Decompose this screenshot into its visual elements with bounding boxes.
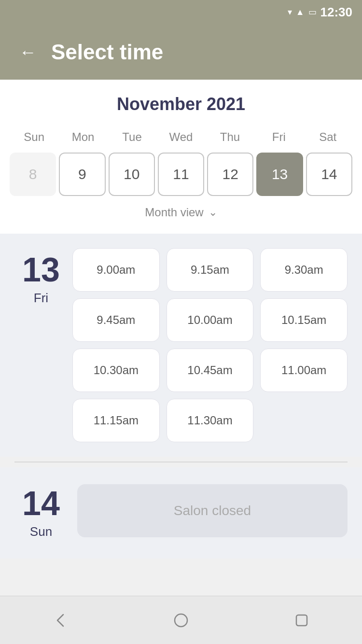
time-slot-930am[interactable]: 9.30am (260, 248, 348, 292)
time-slot-1045am[interactable]: 10.45am (167, 349, 254, 392)
salon-closed-text: Salon closed (174, 503, 251, 518)
page-title: Select time (51, 40, 163, 64)
time-slot-1015am[interactable]: 10.15am (260, 298, 348, 342)
day-13-number: 13 (22, 253, 60, 287)
day-12[interactable]: 12 (207, 153, 253, 196)
day-8: 8 (10, 153, 56, 196)
day-9[interactable]: 9 (59, 153, 105, 196)
time-slot-1030am[interactable]: 10.30am (72, 349, 160, 392)
time-slot-915am[interactable]: 9.15am (167, 248, 254, 292)
time-section-14: 14 Sun Salon closed (0, 467, 362, 559)
status-bar: ▾ ▲ ▭ 12:30 (0, 0, 362, 24)
time-slot-900am[interactable]: 9.00am (72, 248, 160, 292)
nav-recents-button[interactable] (290, 608, 314, 632)
nav-home-button[interactable] (169, 608, 193, 632)
day-13-name: Fri (34, 291, 48, 306)
time-slot-945am[interactable]: 9.45am (72, 298, 160, 342)
weekday-fri: Fri (254, 126, 303, 148)
signal-icon: ▲ (296, 7, 305, 17)
day-13-label: 13 Fri (14, 248, 68, 306)
section-divider (14, 462, 348, 462)
status-time: 12:30 (320, 5, 353, 20)
back-button[interactable]: ← (19, 43, 37, 61)
nav-bar (0, 596, 362, 644)
weekday-sun: Sun (10, 126, 58, 148)
chevron-down-icon: ⌄ (209, 206, 217, 219)
weekday-sat: Sat (304, 126, 352, 148)
weekday-tue: Tue (108, 126, 156, 148)
day-14-label: 14 Sun (14, 482, 68, 539)
svg-point-0 (175, 614, 187, 627)
app-header: ← Select time (0, 24, 362, 80)
month-view-label: Month view (145, 206, 203, 219)
status-icons: ▾ ▲ ▭ 12:30 (288, 5, 352, 20)
time-slot-1100am[interactable]: 11.00am (260, 349, 348, 392)
nav-home-icon (171, 611, 191, 630)
day-14-row: 14 Sun Salon closed (14, 482, 348, 539)
svg-rect-1 (296, 615, 307, 626)
battery-icon: ▭ (308, 7, 317, 17)
day-10[interactable]: 10 (109, 153, 155, 196)
weekday-wed: Wed (156, 126, 205, 148)
time-section-13: 13 Fri 9.00am 9.15am 9.30am 9.45am 10.00… (0, 234, 362, 457)
time-slot-1115am[interactable]: 11.15am (72, 399, 160, 442)
day-14-name: Sun (30, 524, 52, 539)
weekday-mon: Mon (58, 126, 107, 148)
calendar-weekdays: Sun Mon Tue Wed Thu Fri Sat (10, 126, 352, 148)
time-slot-1130am[interactable]: 11.30am (167, 399, 254, 442)
time-slot-1000am[interactable]: 10.00am (167, 298, 254, 342)
nav-recents-icon (292, 611, 311, 630)
calendar-month-year: November 2021 (10, 94, 352, 114)
month-view-toggle[interactable]: Month view ⌄ (10, 196, 352, 224)
day-14-number: 14 (22, 487, 60, 520)
weekday-thu: Thu (206, 126, 254, 148)
salon-closed-box: Salon closed (77, 484, 348, 537)
time-slots-13: 9.00am 9.15am 9.30am 9.45am 10.00am 10.1… (72, 248, 348, 442)
day-14[interactable]: 14 (306, 153, 352, 196)
wifi-icon: ▾ (288, 7, 292, 17)
day-11[interactable]: 11 (158, 153, 204, 196)
calendar-section: November 2021 Sun Mon Tue Wed Thu Fri Sa… (0, 80, 362, 234)
calendar-days-row: 8 9 10 11 12 13 14 (10, 153, 352, 196)
nav-back-icon (51, 611, 70, 630)
day-13-selected[interactable]: 13 (256, 153, 303, 196)
content-scroll: November 2021 Sun Mon Tue Wed Thu Fri Sa… (0, 80, 362, 607)
nav-back-button[interactable] (48, 608, 72, 632)
